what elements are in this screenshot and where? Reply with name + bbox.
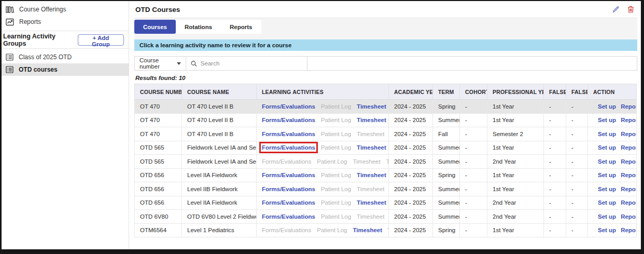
reports-link[interactable]: Reports bbox=[621, 213, 636, 220]
course-name-cell: Level IIA Fieldwork bbox=[182, 168, 257, 182]
term-cell: Spring bbox=[433, 223, 460, 237]
false-cell: - bbox=[544, 113, 566, 127]
course-name-cell: Level IIB Fieldwork bbox=[182, 182, 257, 196]
sidebar-group-class-of-2025-otd[interactable]: Class of 2025 OTD bbox=[2, 51, 129, 63]
activity-link-forms-evaluations[interactable]: Forms/Evaluations bbox=[262, 103, 315, 110]
reports-link[interactable]: Reports bbox=[621, 103, 636, 110]
reports-link[interactable]: Reports bbox=[621, 117, 636, 123]
activity-link-forms-evaluations[interactable]: Forms/Evaluations bbox=[262, 172, 315, 178]
activity-link-patient-log: Patient Log bbox=[321, 199, 351, 206]
course-number-cell: OTD 656 bbox=[135, 182, 182, 196]
course-number-cell: OTM6564 bbox=[135, 223, 182, 237]
table-row: OTD 656 Level IIB Fieldwork Forms/Evalua… bbox=[135, 182, 637, 196]
tab-rotations[interactable]: Rotations bbox=[176, 20, 221, 34]
academic-year-cell: 2024 - 2025 bbox=[389, 113, 433, 127]
search-icon bbox=[191, 60, 197, 67]
false-cell: - bbox=[566, 210, 588, 224]
filter-bar: Course number bbox=[134, 56, 637, 71]
set-up-link[interactable]: Set up bbox=[598, 186, 616, 192]
table-row: OT 470 OT 470 Level II B Forms/Evaluatio… bbox=[135, 100, 637, 114]
activity-link-timesheet[interactable]: Timesheet bbox=[357, 199, 386, 206]
activity-link-timesheet[interactable]: Timesheet bbox=[357, 172, 386, 178]
action-cell: Set upReports bbox=[588, 113, 637, 127]
page-title: OTD Courses bbox=[135, 6, 180, 14]
set-up-link[interactable]: Set up bbox=[598, 117, 616, 123]
table-row: OTD 565 Fieldwork Level IA and Seminar F… bbox=[135, 141, 637, 155]
professional-year-cell: 1st Year bbox=[487, 141, 544, 155]
chevron-down-icon bbox=[177, 62, 181, 65]
activity-link-forms-evaluations[interactable]: Forms/Evaluations bbox=[262, 213, 315, 220]
sidebar-group-otd-courses[interactable]: OTD courses bbox=[2, 63, 129, 76]
activity-link-patient-log: Patient Log bbox=[321, 144, 351, 151]
false-cell: - bbox=[566, 196, 588, 210]
reports-link[interactable]: Reports bbox=[621, 158, 636, 165]
reports-link[interactable]: Reports bbox=[621, 172, 636, 178]
tab-group: Courses Rotations Reports bbox=[134, 20, 261, 34]
info-banner: Click a learning activity name to review… bbox=[134, 39, 637, 51]
activity-link-forms-evaluations[interactable]: Forms/Evaluations bbox=[262, 117, 315, 123]
activity-link-timesheet: Timesheet bbox=[357, 186, 384, 192]
reports-link[interactable]: Reports bbox=[621, 131, 636, 137]
activity-link-forms-evaluations[interactable]: Forms/Evaluations bbox=[262, 199, 315, 206]
tab-courses[interactable]: Courses bbox=[134, 20, 176, 34]
sidebar-item-reports[interactable]: Reports bbox=[2, 16, 129, 28]
term-cell: Spring bbox=[433, 168, 460, 182]
col-course-number: COURSE NUMBER bbox=[135, 84, 182, 100]
learning-activities-cell: Forms/EvaluationsPatient LogTimesheetTim… bbox=[257, 141, 389, 155]
activity-link-forms-evaluations: Forms/Evaluations bbox=[262, 158, 311, 165]
delete-trash-icon[interactable] bbox=[627, 6, 634, 13]
reports-link[interactable]: Reports bbox=[621, 227, 636, 233]
false-cell: - bbox=[544, 100, 566, 114]
activity-link-forms-evaluations[interactable]: Forms/Evaluations bbox=[262, 144, 315, 151]
edit-pencil-icon[interactable] bbox=[612, 6, 620, 13]
col-false-2: FALSE bbox=[566, 84, 588, 100]
course-name-cell: Level IIA Fieldwork bbox=[182, 196, 257, 210]
set-up-link[interactable]: Set up bbox=[598, 103, 616, 110]
reports-link[interactable]: Reports bbox=[621, 144, 636, 151]
cohort-cell: - bbox=[460, 196, 487, 210]
activity-link-timesheet[interactable]: Timesheet bbox=[357, 144, 386, 151]
books-icon bbox=[6, 6, 14, 14]
term-cell: Summer bbox=[433, 155, 460, 169]
sidebar-item-course-offerings[interactable]: Course Offerings bbox=[2, 3, 129, 16]
set-up-link[interactable]: Set up bbox=[598, 172, 616, 178]
course-name-cell: OT 470 Level II B bbox=[182, 113, 257, 127]
set-up-link[interactable]: Set up bbox=[598, 227, 616, 233]
activity-link-patient-log: Patient Log bbox=[321, 117, 351, 123]
action-cell: Set upReports bbox=[588, 223, 637, 237]
reports-link[interactable]: Reports bbox=[621, 186, 636, 192]
search-input[interactable] bbox=[201, 60, 302, 66]
course-number-cell: OT 470 bbox=[135, 113, 182, 127]
set-up-link[interactable]: Set up bbox=[598, 213, 616, 220]
false-cell: - bbox=[566, 155, 588, 169]
table-row: OTD 565 Fieldwork Level IA and Seminar F… bbox=[135, 155, 637, 169]
activity-link-patient-log: Patient Log bbox=[317, 158, 347, 165]
academic-year-cell: 2024 - 2025 bbox=[389, 141, 433, 155]
activity-link-timesheet: Timesheet bbox=[357, 213, 384, 220]
activity-link-timesheet[interactable]: Timesheet bbox=[353, 227, 382, 233]
activity-link-patient-log: Patient Log bbox=[321, 172, 351, 178]
activity-link-forms-evaluations[interactable]: Forms/Evaluations bbox=[262, 131, 315, 137]
activity-link-timesheet[interactable]: Timesheet bbox=[357, 103, 386, 110]
add-group-button[interactable]: + Add Group bbox=[78, 34, 124, 46]
activity-link-timesheet[interactable]: Timesheet bbox=[357, 117, 386, 123]
list-icon bbox=[6, 54, 13, 61]
false-cell: - bbox=[566, 223, 588, 237]
false-cell: - bbox=[566, 127, 588, 141]
activity-link-forms-evaluations: Forms/Evaluations bbox=[262, 227, 311, 233]
filter-field-dropdown[interactable]: Course number bbox=[135, 57, 186, 70]
activity-link-timesheet: Timesheet bbox=[357, 131, 384, 137]
reports-link[interactable]: Reports bbox=[621, 199, 636, 206]
set-up-link[interactable]: Set up bbox=[598, 144, 616, 151]
learning-activities-cell: Forms/EvaluationsPatient LogTimesheetTim… bbox=[257, 210, 389, 224]
set-up-link[interactable]: Set up bbox=[598, 158, 616, 165]
learning-activities-cell: Forms/EvaluationsPatient LogTimesheetTim… bbox=[257, 100, 389, 114]
course-name-cell: Level 1 Pediatrics bbox=[182, 223, 257, 237]
set-up-link[interactable]: Set up bbox=[598, 199, 616, 206]
tab-reports[interactable]: Reports bbox=[221, 20, 261, 34]
learning-activities-cell: Forms/EvaluationsPatient LogTimesheetTim… bbox=[257, 155, 389, 169]
activity-link-patient-log: Patient Log bbox=[321, 186, 351, 192]
set-up-link[interactable]: Set up bbox=[598, 131, 616, 137]
false-cell: - bbox=[566, 113, 588, 127]
activity-link-forms-evaluations[interactable]: Forms/Evaluations bbox=[262, 186, 315, 192]
